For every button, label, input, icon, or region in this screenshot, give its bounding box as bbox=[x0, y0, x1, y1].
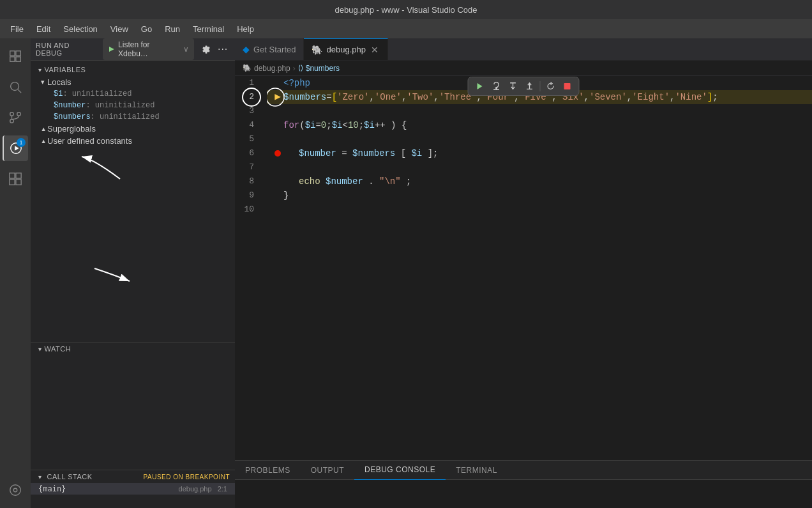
tab-bar: ◆ Get Started 🐘 debug.php ✕ bbox=[235, 38, 812, 61]
code-text-1: <?php bbox=[283, 76, 310, 90]
svg-rect-12 bbox=[10, 173, 15, 178]
svg-marker-11 bbox=[15, 146, 19, 150]
breadcrumb-file[interactable]: debug.php bbox=[254, 64, 290, 73]
svg-rect-13 bbox=[16, 173, 21, 178]
svg-rect-27 bbox=[564, 83, 571, 89]
menu-file[interactable]: File bbox=[5, 22, 29, 36]
annotation-area bbox=[31, 147, 235, 288]
watch-chevron: ▾ bbox=[38, 346, 42, 353]
svg-point-16 bbox=[10, 485, 21, 496]
debug-badge: 1 bbox=[17, 138, 26, 147]
watch-section-header[interactable]: ▾ WATCH bbox=[31, 343, 235, 355]
line-num-6: 6 bbox=[235, 146, 259, 160]
line-numbers: 1 2 3 4 5 6 7 8 9 10 bbox=[235, 76, 267, 460]
step-out-btn[interactable] bbox=[522, 79, 538, 94]
debug-config-dropdown[interactable]: Listen for Xdebu… ∨ bbox=[103, 38, 194, 60]
breadcrumb-symbol[interactable]: $numbers bbox=[306, 64, 340, 73]
menu-help[interactable]: Help bbox=[232, 22, 259, 36]
debug-run-icon[interactable]: 1 bbox=[3, 135, 28, 161]
annotation-svg bbox=[31, 147, 235, 288]
line-num-1: 1 bbox=[235, 76, 259, 90]
svg-rect-14 bbox=[10, 180, 15, 185]
svg-point-6 bbox=[10, 112, 14, 116]
extensions-icon[interactable] bbox=[3, 166, 28, 192]
locals-chevron: ▾ bbox=[41, 78, 45, 86]
title-text: debug.php - www - Visual Studio Code bbox=[335, 5, 477, 15]
code-line-7 bbox=[267, 160, 812, 174]
line-num-4: 4 bbox=[235, 118, 259, 132]
var-item-numbers: $numbers: uninitialized bbox=[31, 111, 235, 123]
code-line-3 bbox=[267, 104, 812, 118]
breadcrumb-icon: 🐘 bbox=[243, 64, 252, 72]
svg-rect-1 bbox=[16, 51, 20, 56]
debug-arrow-icon: ▶ bbox=[274, 92, 281, 102]
line-num-3: 3 bbox=[235, 104, 259, 118]
code-line-4: for ( $i = 0 ; $i < 10 ; $i ++ ) { bbox=[267, 118, 812, 132]
panel-tab-output[interactable]: OUTPUT bbox=[301, 461, 354, 480]
breadcrumb-symbol-icon: ⟨⟩ bbox=[298, 64, 303, 72]
debug-php-tab-icon: 🐘 bbox=[312, 45, 322, 55]
dab-separator bbox=[540, 81, 541, 91]
callstack-section-header[interactable]: ▾ CALL STACK PAUSED ON BREAKPOINT bbox=[31, 470, 235, 483]
menu-selection[interactable]: Selection bbox=[58, 22, 102, 36]
menu-view[interactable]: View bbox=[105, 22, 133, 36]
editor-area: ◆ Get Started 🐘 debug.php ✕ 🐘 debug.php … bbox=[235, 38, 812, 508]
menu-terminal[interactable]: Terminal bbox=[188, 22, 229, 36]
step-into-btn[interactable] bbox=[506, 79, 521, 94]
menu-edit[interactable]: Edit bbox=[31, 22, 56, 36]
svg-point-7 bbox=[10, 119, 14, 123]
variables-panel: ▾ VARIABLES ▾ Locals $i: uninitialized $… bbox=[31, 61, 235, 342]
get-started-tab-label: Get Started bbox=[253, 45, 296, 54]
callstack-fn: {main} bbox=[38, 484, 66, 493]
locals-group-header[interactable]: ▾ Locals bbox=[31, 76, 235, 88]
source-control-icon[interactable] bbox=[3, 105, 28, 130]
panel-tab-problems[interactable]: PROBLEMS bbox=[235, 461, 301, 480]
menu-run[interactable]: Run bbox=[160, 22, 185, 36]
paused-label: PAUSED ON BREAKPOINT bbox=[144, 473, 230, 481]
var-item-number: $number: uninitialized bbox=[31, 100, 235, 111]
bottom-panel: PROBLEMS OUTPUT DEBUG CONSOLE TERMINAL bbox=[235, 460, 812, 508]
variables-chevron: ▾ bbox=[38, 66, 42, 73]
debug-settings-btn[interactable] bbox=[199, 42, 213, 56]
breakpoint-gutter-6 bbox=[272, 150, 283, 157]
panel-content bbox=[235, 480, 812, 508]
panel-tabs: PROBLEMS OUTPUT DEBUG CONSOLE TERMINAL bbox=[235, 461, 812, 480]
main-layout: 1 RUN AND DEBUG Listen for Xdebu… ∨ bbox=[0, 38, 812, 508]
tab-close-btn[interactable]: ✕ bbox=[370, 45, 380, 55]
remote-icon[interactable] bbox=[3, 477, 28, 503]
explorer-icon[interactable] bbox=[3, 43, 28, 69]
tab-debug-php[interactable]: 🐘 debug.php ✕ bbox=[304, 38, 387, 61]
code-line-10 bbox=[267, 203, 812, 217]
code-editor: 1 2 3 4 5 6 7 8 9 10 <?php bbox=[235, 76, 812, 460]
var-item-i: $i: uninitialized bbox=[31, 88, 235, 100]
panel-tab-debug-console[interactable]: DEBUG CONSOLE bbox=[354, 461, 446, 480]
svg-point-8 bbox=[17, 112, 21, 116]
debug-action-bar bbox=[468, 77, 580, 96]
superglobals-group-header[interactable]: ▸ Superglobals bbox=[31, 123, 235, 135]
tab-get-started[interactable]: ◆ Get Started bbox=[235, 38, 304, 61]
panel-tab-terminal[interactable]: TERMINAL bbox=[446, 461, 508, 480]
restart-btn[interactable] bbox=[543, 79, 559, 94]
step-over-btn[interactable] bbox=[489, 79, 504, 94]
breadcrumb-sep: › bbox=[293, 64, 296, 73]
code-content[interactable]: <?php ▶ $numbers = [ 'Zero' , 'One' , 'T… bbox=[267, 76, 812, 460]
svg-rect-2 bbox=[10, 57, 15, 61]
debug-php-tab-label: debug.php bbox=[326, 45, 365, 54]
breakpoint-gutter-2: ▶ bbox=[272, 92, 283, 102]
breadcrumb: 🐘 debug.php › ⟨⟩ $numbers bbox=[235, 61, 812, 76]
search-icon[interactable] bbox=[3, 74, 28, 100]
continue-btn[interactable] bbox=[472, 79, 488, 94]
svg-line-5 bbox=[18, 89, 21, 93]
variables-section-header[interactable]: ▾ VARIABLES bbox=[31, 63, 235, 76]
stop-btn[interactable] bbox=[560, 79, 575, 94]
code-line-6: $number = $numbers [ $i ]; bbox=[267, 146, 812, 160]
menu-go[interactable]: Go bbox=[136, 22, 157, 36]
svg-rect-3 bbox=[16, 57, 20, 61]
sidebar: RUN AND DEBUG Listen for Xdebu… ∨ ··· ▾ … bbox=[31, 38, 235, 508]
user-constants-group-header[interactable]: ▸ User defined constants bbox=[31, 135, 235, 147]
line-num-7: 7 bbox=[235, 160, 259, 174]
callstack-main-item[interactable]: {main} debug.php 2:1 bbox=[31, 483, 235, 495]
line-num-9: 9 bbox=[235, 189, 259, 203]
debug-more-btn[interactable]: ··· bbox=[216, 42, 230, 56]
code-line-8: echo $number . "\n" ; bbox=[267, 174, 812, 189]
